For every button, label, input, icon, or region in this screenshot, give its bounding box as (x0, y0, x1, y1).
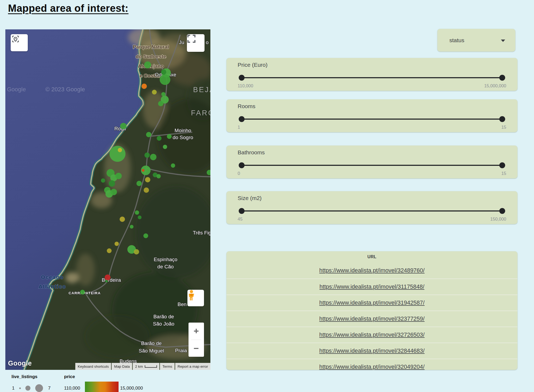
size-legend-title: live_listings (11, 374, 37, 379)
color-legend-max: 15,000,000 (120, 386, 143, 391)
watermark-google: Google (7, 86, 26, 93)
listing-link[interactable]: https://www.idealista.pt/imovel/32049204… (319, 364, 425, 370)
rooms-slider-handle-max[interactable] (499, 116, 505, 122)
map-marker[interactable] (142, 169, 144, 172)
url-table: URL https://www.idealista.pt/imovel/3248… (226, 251, 517, 370)
report-map-error-link[interactable]: Report a map error (175, 363, 210, 370)
rooms-slider-panel: Rooms 1 15 (226, 99, 517, 132)
map-marker[interactable] (161, 69, 166, 75)
pegman-icon (187, 290, 195, 301)
map-marker[interactable] (144, 61, 151, 68)
map-marker[interactable] (145, 177, 150, 182)
price-slider-handle-min[interactable] (239, 75, 245, 81)
map-marker[interactable] (120, 217, 125, 222)
zoom-out-button[interactable]: − (189, 340, 204, 357)
label-espinhaco-2: de Cão (157, 264, 174, 269)
bathrooms-slider-label: Bathrooms (238, 149, 265, 156)
label-barao-miguel-1: Barão de (141, 340, 162, 346)
size-legend-dot-small (19, 387, 21, 389)
map-marker[interactable] (171, 163, 175, 168)
map-data-label[interactable]: Map Data (112, 363, 132, 370)
map-marker[interactable] (109, 146, 125, 162)
size-slider-track[interactable] (242, 210, 502, 211)
listing-link[interactable]: https://www.idealista.pt/imovel/32844683… (319, 348, 425, 354)
table-row: https://www.idealista.pt/imovel/31942587… (226, 295, 517, 311)
label-barao-miguel-2: São Miguel (139, 348, 164, 354)
label-tres-figueiras: Três Figo (193, 230, 210, 236)
chevron-down-icon (501, 40, 505, 42)
map-marker[interactable] (158, 101, 163, 106)
table-row: https://www.idealista.pt/imovel/32844683… (226, 343, 517, 359)
map-marker[interactable] (157, 136, 162, 141)
scale-control: 2 km (133, 363, 159, 370)
bathrooms-slider-track[interactable] (242, 165, 502, 166)
label-beja: BEJA (193, 86, 210, 94)
label-faro: FARO (191, 109, 210, 117)
map-marker[interactable] (144, 152, 150, 158)
size-legend-min: 1 (12, 386, 14, 391)
rooms-max-value: 15 (501, 125, 506, 130)
map-marker[interactable] (152, 90, 157, 95)
listing-link[interactable]: https://www.idealista.pt/imovel/31175848… (320, 284, 425, 290)
table-row: https://www.idealista.pt/imovel/32489760… (226, 262, 517, 279)
keyboard-shortcuts-button[interactable]: Keyboard shortcuts (75, 363, 111, 370)
map-marker[interactable] (118, 148, 122, 152)
map-marker[interactable] (163, 145, 167, 149)
map-attribution-bar: Keyboard shortcuts Map Data 2 km Terms R… (75, 363, 210, 370)
map-marker[interactable] (115, 173, 122, 179)
map-marker[interactable] (115, 242, 119, 246)
map-marker[interactable] (150, 154, 156, 160)
bathrooms-slider-handle-max[interactable] (499, 162, 505, 168)
rooms-slider-handle-min[interactable] (239, 116, 245, 122)
bathrooms-slider-handle-min[interactable] (239, 162, 245, 168)
map-marker[interactable] (105, 280, 108, 283)
map-marker[interactable] (138, 215, 142, 219)
map-select-area-button[interactable] (11, 34, 28, 51)
label-ju: Ju (179, 40, 184, 45)
bathrooms-min-value: 0 (238, 171, 240, 176)
fullscreen-button[interactable] (187, 34, 205, 52)
map-marker[interactable] (143, 233, 148, 238)
label-espinhaco-1: Espinhaço (154, 257, 178, 262)
map-marker[interactable] (146, 132, 151, 137)
status-dropdown[interactable]: status (437, 29, 515, 52)
listing-link[interactable]: https://www.idealista.pt/imovel/32726503… (319, 332, 425, 338)
size-slider-handle-max[interactable] (499, 208, 505, 214)
map-marker[interactable] (101, 178, 105, 183)
size-max-value: 150,000 (490, 217, 506, 222)
terms-link[interactable]: Terms (160, 363, 175, 370)
price-slider-label: Price (Euro) (238, 62, 268, 68)
price-slider-handle-max[interactable] (499, 75, 505, 81)
map-marker[interactable] (111, 189, 117, 195)
pegman-button[interactable] (187, 290, 204, 306)
price-slider-track[interactable] (242, 77, 502, 78)
map-graphic: Google © 2023 Google Parque Natural do S… (5, 29, 210, 370)
map-marker[interactable] (105, 275, 111, 280)
label-park-2: do Sudoeste (136, 54, 166, 59)
size-legend-dot-large (35, 384, 43, 392)
map-marker[interactable] (134, 249, 139, 254)
rooms-slider-track[interactable] (242, 119, 502, 120)
map-marker[interactable] (120, 123, 127, 129)
map-marker[interactable] (156, 174, 161, 178)
map-marker[interactable] (135, 210, 139, 215)
label-park-1: Parque Natural (133, 44, 169, 50)
map-marker[interactable] (144, 187, 149, 193)
size-slider-handle-min[interactable] (239, 208, 245, 214)
listing-link[interactable]: https://www.idealista.pt/imovel/32377259… (319, 316, 425, 322)
map-marker[interactable] (80, 290, 85, 295)
map-marker[interactable] (107, 248, 112, 253)
label-oceano-1: Oceano (41, 274, 64, 280)
zoom-in-button[interactable]: + (189, 323, 204, 340)
rooms-slider-label: Rooms (238, 103, 256, 109)
map-marker[interactable] (142, 84, 147, 89)
listing-link[interactable]: https://www.idealista.pt/imovel/31942587… (319, 300, 425, 306)
zoom-control[interactable]: + − (189, 323, 204, 357)
listing-link[interactable]: https://www.idealista.pt/imovel/32489760… (319, 267, 425, 274)
map-marker[interactable] (136, 181, 142, 186)
map-marker[interactable] (130, 225, 134, 229)
map-marker[interactable] (109, 180, 115, 187)
map-canvas[interactable]: Google © 2023 Google Parque Natural do S… (5, 29, 210, 370)
map-marker[interactable] (167, 134, 172, 139)
map-marker[interactable] (160, 74, 170, 85)
